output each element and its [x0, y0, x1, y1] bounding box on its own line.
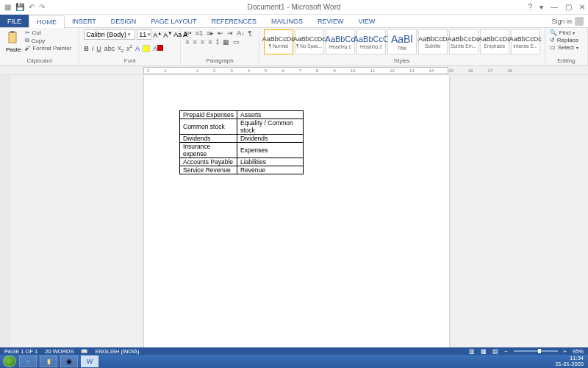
taskbar-ie[interactable]: e: [19, 355, 37, 367]
close-icon[interactable]: ✕: [579, 3, 585, 11]
scissors-icon: ✂: [25, 29, 30, 36]
tab-mailings[interactable]: MAILINGS: [264, 15, 310, 27]
sort-icon[interactable]: A↓: [237, 29, 245, 37]
help-icon[interactable]: ?: [528, 3, 532, 11]
styles-gallery[interactable]: AaBbCcDc¶ NormalAaBbCcDc¶ No Spac...AaBb…: [264, 29, 540, 57]
bold-button[interactable]: B: [84, 45, 89, 52]
justify-icon[interactable]: ≡: [208, 38, 212, 46]
ruler-horizontal[interactable]: 21123456789101112131415161718: [0, 66, 588, 75]
increase-indent-icon[interactable]: ⇥: [227, 29, 233, 37]
line-spacing-icon[interactable]: ‡: [215, 38, 219, 46]
table-row[interactable]: DividendsDividends: [180, 135, 304, 143]
style-intense-e-[interactable]: AaBbCcDcIntense E...: [511, 29, 540, 54]
shrink-font-icon[interactable]: A▼: [163, 31, 172, 39]
copy-icon: ⧉: [25, 37, 29, 44]
style-title[interactable]: AaBlTitle: [387, 29, 417, 54]
status-language[interactable]: ENGLISH (INDIA): [95, 348, 139, 355]
decrease-indent-icon[interactable]: ⇤: [218, 29, 223, 37]
tab-design[interactable]: DESIGN: [104, 15, 144, 27]
select-button[interactable]: ▭Select▾: [550, 44, 578, 51]
superscript-button[interactable]: x2: [126, 44, 132, 52]
zoom-slider[interactable]: [514, 350, 558, 352]
status-page[interactable]: PAGE 1 OF 1: [4, 348, 37, 355]
maximize-icon[interactable]: ▢: [565, 3, 572, 11]
taskbar-word[interactable]: W: [81, 355, 98, 367]
tab-review[interactable]: REVIEW: [310, 15, 351, 27]
table-row[interactable]: Service RevenueRevenue: [180, 166, 304, 174]
zoom-level[interactable]: 95%: [573, 348, 584, 355]
underline-button[interactable]: U: [96, 45, 101, 52]
format-painter-button[interactable]: 🖌Format Painter: [25, 45, 71, 52]
undo-icon[interactable]: ↶: [29, 3, 35, 11]
read-mode-icon[interactable]: ▥: [469, 348, 475, 355]
group-label-paragraph: Paragraph: [185, 57, 254, 64]
strikethrough-button[interactable]: abc: [104, 45, 115, 52]
tab-file[interactable]: FILE: [0, 15, 29, 27]
tab-insert[interactable]: INSERT: [65, 15, 104, 27]
style--no-spac-[interactable]: AaBbCcDc¶ No Spac...: [295, 29, 324, 54]
tab-view[interactable]: VIEW: [351, 15, 383, 27]
numbering-icon[interactable]: ≡1: [196, 29, 203, 37]
print-layout-icon[interactable]: ▦: [481, 348, 487, 355]
word-icon: ▦: [4, 3, 11, 11]
table-row[interactable]: Accounts PayableLiabilities: [180, 158, 304, 166]
group-label-editing: Editing: [550, 57, 583, 64]
style-subtitle[interactable]: AaBbCcDSubtitle: [418, 29, 448, 54]
font-name-combo[interactable]: Calibri (Body)▾: [84, 29, 135, 40]
minimize-icon[interactable]: —: [551, 3, 558, 11]
table-row[interactable]: Insurance expenseExpenses: [180, 143, 304, 158]
status-words[interactable]: 20 WORDS: [45, 348, 74, 355]
cut-button[interactable]: ✂Cut: [25, 29, 71, 36]
group-label-font: Font: [84, 57, 176, 64]
highlight-icon[interactable]: [143, 45, 150, 52]
system-tray[interactable]: 11:34 21-01-2020: [556, 355, 585, 367]
table-row[interactable]: Common stockEquality / Common stock: [180, 119, 304, 135]
ruler-vertical[interactable]: [0, 75, 10, 347]
find-icon: 🔍: [550, 29, 557, 36]
taskbar-explorer[interactable]: ▮: [40, 355, 57, 367]
find-button[interactable]: 🔍Find▾: [550, 29, 576, 36]
align-right-icon[interactable]: ≡: [201, 38, 204, 46]
align-left-icon[interactable]: ≡: [185, 38, 189, 46]
style-heading-1[interactable]: AaBbCcHeading 1: [326, 29, 355, 54]
ribbon-toggle-icon[interactable]: ▾: [539, 3, 543, 11]
redo-icon[interactable]: ↷: [39, 3, 45, 11]
sign-in[interactable]: Sign in: [551, 15, 588, 27]
style--normal[interactable]: AaBbCcDc¶ Normal: [264, 29, 293, 54]
shading-icon[interactable]: ▦: [223, 38, 229, 46]
text-effects-icon[interactable]: A: [135, 45, 140, 52]
style-subtle-em-[interactable]: AaBbCcDcSubtle Em...: [449, 29, 478, 54]
replace-button[interactable]: ↺Replace: [550, 37, 578, 43]
font-color-icon[interactable]: A: [153, 45, 163, 52]
subscript-button[interactable]: x2: [118, 44, 123, 53]
italic-button[interactable]: I: [92, 45, 94, 52]
taskbar-chrome[interactable]: ◉: [60, 355, 78, 367]
style-heading-2[interactable]: AaBbCcCHeading 2: [356, 29, 386, 54]
document-table[interactable]: Prepaid ExpensesAssertsCommon stockEqual…: [179, 110, 304, 174]
spellcheck-icon[interactable]: 📖: [81, 348, 87, 355]
tab-home[interactable]: HOME: [29, 15, 65, 28]
save-icon[interactable]: 💾: [15, 3, 24, 11]
web-layout-icon[interactable]: ▤: [492, 348, 498, 355]
tab-references[interactable]: REFERENCES: [204, 15, 265, 27]
multilevel-icon[interactable]: ≡▸: [207, 29, 214, 37]
bullets-icon[interactable]: ≡•: [185, 29, 191, 37]
select-icon: ▭: [550, 44, 556, 51]
group-label-clipboard: Clipboard: [4, 57, 74, 64]
tab-page-layout[interactable]: PAGE LAYOUT: [143, 15, 204, 27]
style-emphasis[interactable]: AaBbCcDcEmphasis: [480, 29, 509, 54]
start-button[interactable]: [3, 355, 16, 367]
borders-icon[interactable]: ▭: [233, 38, 240, 46]
paste-button[interactable]: Paste: [4, 29, 22, 54]
copy-button[interactable]: ⧉Copy: [25, 37, 71, 44]
zoom-out-icon[interactable]: −: [504, 348, 507, 355]
table-row[interactable]: Prepaid ExpensesAsserts: [180, 111, 304, 119]
document-page[interactable]: Prepaid ExpensesAssertsCommon stockEqual…: [144, 75, 449, 347]
svg-rect-1: [10, 31, 15, 33]
font-size-combo[interactable]: 11▾: [137, 29, 151, 40]
align-center-icon[interactable]: ≡: [193, 38, 197, 46]
show-marks-icon[interactable]: ¶: [248, 29, 252, 37]
grow-font-icon[interactable]: A▲: [153, 31, 162, 39]
zoom-in-icon[interactable]: +: [564, 348, 567, 355]
svg-rect-0: [9, 32, 16, 43]
